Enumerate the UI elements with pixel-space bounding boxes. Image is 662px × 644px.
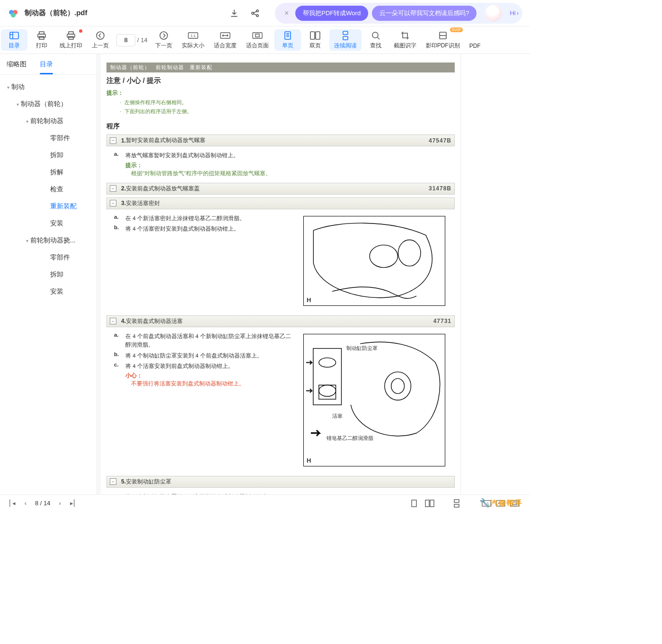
- document-title: 制动器（前轮）.pdf: [25, 9, 88, 18]
- outline-item[interactable]: ▾制动: [0, 79, 97, 96]
- prev-page-button[interactable]: ‹: [19, 500, 32, 507]
- scan-icon: [439, 30, 447, 41]
- collapse-icon: −: [110, 478, 116, 485]
- tool-double-page[interactable]: 双页: [302, 27, 328, 54]
- outline-label: 拆解: [50, 168, 63, 177]
- promo-close-button[interactable]: ×: [282, 9, 291, 18]
- collapse-icon: −: [110, 318, 116, 324]
- app-logo-icon: [8, 8, 19, 19]
- outline-label: 零部件: [50, 134, 70, 143]
- tool-fit-page[interactable]: 适合页面: [241, 27, 274, 54]
- footer-double-page-icon[interactable]: [425, 500, 439, 507]
- part-code: 47731: [433, 318, 451, 324]
- outline-label: 零部件: [50, 253, 70, 262]
- tool-pdf-more[interactable]: PDF: [465, 27, 481, 54]
- outline-item[interactable]: ▾前轮制动器挠...: [0, 232, 97, 249]
- svg-point-13: [97, 32, 104, 39]
- svg-point-25: [372, 32, 378, 38]
- tool-fit-width[interactable]: 适合宽度: [209, 27, 241, 54]
- tool-find[interactable]: 查找: [362, 27, 389, 54]
- svg-rect-38: [454, 500, 459, 502]
- outline-item[interactable]: 零部件: [0, 249, 97, 266]
- svg-rect-36: [425, 500, 429, 507]
- tool-ocr-pdf[interactable]: SVIP 影印PDF识别: [421, 27, 465, 54]
- outline-item[interactable]: 拆卸: [0, 266, 97, 283]
- caret-icon: ▾: [24, 238, 30, 243]
- tool-toc[interactable]: 目录: [1, 29, 27, 51]
- outline-item[interactable]: 拆解: [0, 164, 97, 181]
- tool-label: 适合宽度: [214, 42, 237, 50]
- step-header[interactable]: −3.安装活塞密封: [106, 197, 455, 209]
- footer-single-page-icon[interactable]: [411, 500, 425, 507]
- document-viewport[interactable]: 制动器（前轮） 前轮制动器 重新装配 注意 / 小心 / 提示 提示： 左侧操作…: [97, 54, 530, 494]
- outline-item[interactable]: ▾制动器（前轮）: [0, 96, 97, 113]
- step-body: a.将 4 个制动缸防尘罩的一侧安装到前盘式制动器制动钳上。: [114, 491, 455, 494]
- share-button[interactable]: [247, 6, 263, 21]
- step-header[interactable]: −2.安装前盘式制动器放气螺塞盖31478B: [106, 183, 455, 195]
- svg-text:1:1: 1:1: [190, 34, 196, 38]
- tool-label: 下一页: [155, 42, 172, 50]
- tool-continuous[interactable]: 连续阅读: [329, 29, 362, 51]
- tab-thumbnails[interactable]: 缩略图: [0, 54, 33, 74]
- part-code: 31478B: [429, 185, 451, 192]
- svg-point-2: [11, 13, 16, 18]
- svg-point-14: [160, 32, 168, 39]
- tool-label: 查找: [370, 42, 381, 50]
- step-header[interactable]: −1.暂时安装前盘式制动器放气螺塞47547B: [106, 134, 455, 146]
- tool-single-page[interactable]: 单页: [274, 29, 301, 51]
- next-page-button[interactable]: ›: [53, 500, 67, 507]
- tool-ocr-crop[interactable]: 截图识字: [389, 27, 421, 54]
- tool-label: 实际大小: [182, 42, 204, 50]
- tool-label: 截图识字: [394, 42, 416, 50]
- attention-heading: 注意 / 小心 / 提示: [106, 76, 455, 85]
- svg-rect-21: [310, 32, 315, 39]
- promo-pdf-to-word[interactable]: 帮我把PDF转成Word: [295, 6, 368, 21]
- caret-icon: ▾: [5, 85, 11, 90]
- tab-outline[interactable]: 目录: [33, 54, 60, 74]
- page-number-input[interactable]: [116, 34, 135, 46]
- outline-item[interactable]: 安装: [0, 283, 97, 300]
- fit-width-icon: [220, 30, 230, 41]
- outline-label: 拆卸: [50, 270, 63, 279]
- step-header[interactable]: −4.安装前盘式制动器活塞47731: [106, 315, 455, 327]
- sidebar-tabs: 缩略图 目录: [0, 54, 97, 75]
- tool-label: 线上打印: [60, 42, 82, 50]
- svg-point-33: [385, 372, 411, 400]
- single-page-icon: [284, 30, 291, 41]
- outline-item[interactable]: ▾前轮制动器: [0, 113, 97, 130]
- step-body: a.将放气螺塞暂时安装到盘式制动器制动钳上。提示：根据"对制动管路放气"程序中的…: [114, 149, 455, 177]
- tool-next-page[interactable]: 下一页: [150, 27, 177, 54]
- outline-item[interactable]: 检查: [0, 181, 97, 198]
- tool-actual-size[interactable]: 1:1 实际大小: [177, 27, 209, 54]
- step-header[interactable]: −5.安装制动缸防尘罩: [106, 476, 455, 488]
- promo-banner: × 帮我把PDF转成Word 云一朵可以帮我写文档读后感吗? Hi›: [275, 3, 522, 24]
- outline-item[interactable]: 安装: [0, 215, 97, 232]
- outline-item[interactable]: 重新装配: [0, 198, 97, 215]
- assistant-avatar-icon[interactable]: [485, 5, 502, 22]
- outline-item[interactable]: 拆卸: [0, 147, 97, 164]
- outline-item[interactable]: 零部件: [0, 130, 97, 147]
- diagram-figure: H制动缸防尘罩活塞锂皂基乙二醇润滑脂: [303, 334, 445, 466]
- page-input-group: / 14: [116, 27, 148, 54]
- hint-label: 提示：: [106, 89, 455, 97]
- footer-continuous-icon[interactable]: [453, 499, 468, 508]
- app-header: 制动器（前轮）.pdf × 帮我把PDF转成Word 云一朵可以帮我写文档读后感…: [0, 0, 530, 27]
- hi-button[interactable]: Hi›: [510, 9, 519, 17]
- first-page-button[interactable]: ⎢◂: [6, 500, 19, 507]
- figure-label: 活塞: [332, 412, 343, 420]
- promo-ai-summary[interactable]: 云一朵可以帮我写文档读后感吗?: [372, 6, 477, 21]
- last-page-button[interactable]: ▸⎢: [67, 500, 80, 507]
- download-icon: [229, 9, 239, 18]
- hint-item: 左侧操作程序与右侧相同。: [120, 98, 455, 107]
- diagram-figure: H: [303, 216, 445, 306]
- fit-page-icon: [252, 30, 263, 41]
- tool-print[interactable]: 打印: [28, 27, 55, 54]
- download-button[interactable]: [227, 6, 242, 21]
- figure-label: 锂皂基乙二醇润滑脂: [327, 435, 373, 442]
- caret-icon: ▾: [14, 102, 21, 107]
- tool-online-print[interactable]: 线上打印: [55, 27, 87, 54]
- part-code: 47547B: [429, 137, 451, 144]
- tool-prev-page[interactable]: 上一页: [87, 27, 114, 54]
- svg-rect-39: [454, 504, 459, 507]
- watermark: 🔧汽修帮手: [479, 498, 522, 509]
